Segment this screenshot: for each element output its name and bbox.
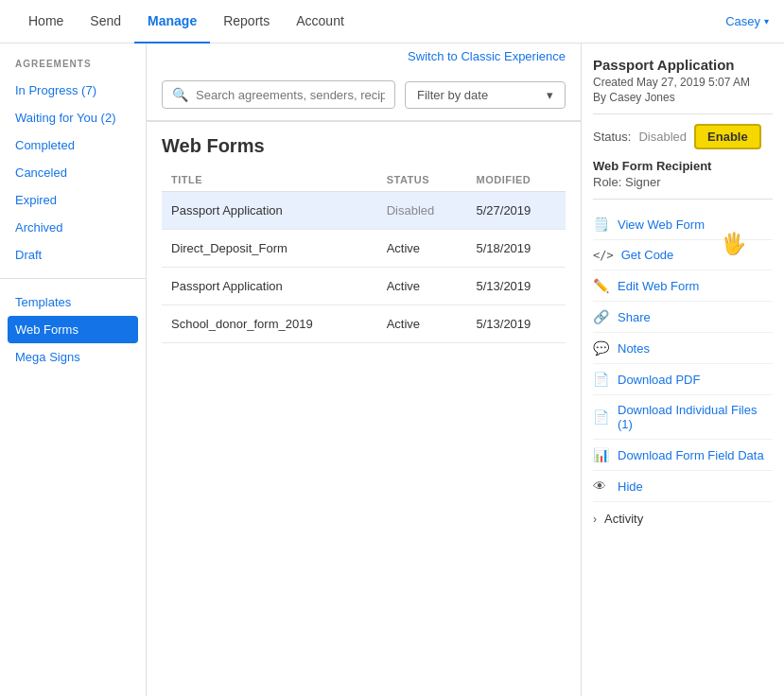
nav-home[interactable]: Home <box>15 0 77 44</box>
agreements-table: TITLE STATUS MODIFIED Passport Applicati… <box>162 168 566 343</box>
activity-label: Activity <box>604 512 643 526</box>
col-title: TITLE <box>162 168 377 192</box>
table-row[interactable]: Passport ApplicationActive5/13/2019 <box>162 268 566 305</box>
rp-created: Created May 27, 2019 5:07 AM <box>593 76 773 89</box>
enable-btn-wrap: Enable <box>694 124 761 149</box>
sidebar-item-draft[interactable]: Draft <box>0 241 146 269</box>
rp-action-icon: 🗒️ <box>593 217 610 232</box>
sidebar-item-waiting[interactable]: Waiting for You (2) <box>0 104 146 131</box>
rp-divider-2 <box>593 199 773 200</box>
rp-action-icon: 👁 <box>593 478 610 494</box>
top-nav: Home Send Manage Reports Account Casey ▾ <box>0 0 784 44</box>
cell-status: Active <box>377 230 467 268</box>
date-filter[interactable]: Filter by date ▾ <box>405 81 566 109</box>
table-row[interactable]: School_donor_form_2019Active5/13/2019 <box>162 305 566 343</box>
rp-actions: 🗒️View Web Form</>Get Code✏️Edit Web For… <box>593 209 773 502</box>
nav-account[interactable]: Account <box>283 0 357 44</box>
rp-action-icon: 📄 <box>593 372 610 387</box>
user-menu[interactable]: Casey ▾ <box>725 14 769 28</box>
rp-action-label: Share <box>618 310 651 324</box>
date-filter-label: Filter by date <box>417 88 488 102</box>
sidebar-item-archived[interactable]: Archived <box>0 214 146 241</box>
sidebar-item-web-forms[interactable]: Web Forms <box>8 316 138 343</box>
cell-title: Direct_Deposit_Form <box>162 230 377 268</box>
rp-action-item[interactable]: 👁Hide <box>593 471 773 502</box>
main-layout: AGREEMENTS In Progress (7) Waiting for Y… <box>0 44 784 696</box>
nav-reports[interactable]: Reports <box>210 0 283 44</box>
sidebar-item-templates[interactable]: Templates <box>0 288 146 316</box>
sidebar-divider <box>0 278 146 279</box>
enable-button[interactable]: Enable <box>694 124 761 149</box>
rp-action-label: Download PDF <box>618 373 700 387</box>
sidebar-item-expired[interactable]: Expired <box>0 186 146 214</box>
cell-modified: 5/18/2019 <box>466 230 566 268</box>
col-status: STATUS <box>377 168 467 192</box>
sidebar-item-completed[interactable]: Completed <box>0 131 146 159</box>
sidebar-item-in-progress[interactable]: In Progress (7) <box>0 77 146 104</box>
rp-status-label: Status: <box>593 130 631 144</box>
cell-status: Active <box>377 305 467 343</box>
rp-action-label: Notes <box>618 341 650 356</box>
cell-title: Passport Application <box>162 268 377 305</box>
rp-status-value: Disabled <box>638 130 687 144</box>
table-row[interactable]: Passport ApplicationDisabled5/27/2019 <box>162 192 566 230</box>
search-bar: 🔍 Filter by date ▾ <box>147 69 581 121</box>
sidebar: AGREEMENTS In Progress (7) Waiting for Y… <box>0 44 147 696</box>
status-row: Status: Disabled Enable <box>593 124 773 149</box>
rp-action-label: Edit Web Form <box>618 279 699 293</box>
user-chevron-icon: ▾ <box>764 16 769 26</box>
cell-modified: 5/13/2019 <box>466 268 566 305</box>
rp-by: By Casey Jones <box>593 91 773 104</box>
rp-divider-1 <box>593 113 773 114</box>
table-row[interactable]: Direct_Deposit_FormActive5/18/2019 <box>162 230 566 268</box>
rp-action-label: Hide <box>618 479 643 494</box>
sidebar-item-canceled[interactable]: Canceled <box>0 159 146 186</box>
rp-recipient-title: Web Form Recipient <box>593 159 773 173</box>
rp-action-item[interactable]: 💬Notes <box>593 333 773 364</box>
user-name: Casey <box>725 14 760 28</box>
rp-action-icon: ✏️ <box>593 278 610 293</box>
cell-title: School_donor_form_2019 <box>162 305 377 343</box>
rp-activity[interactable]: › Activity <box>593 502 773 535</box>
cell-modified: 5/13/2019 <box>466 305 566 343</box>
rp-action-label: Download Form Field Data <box>618 448 764 462</box>
activity-chevron-icon: › <box>593 513 597 526</box>
cell-title: Passport Application <box>162 192 377 230</box>
col-modified: MODIFIED <box>466 168 566 192</box>
rp-action-item[interactable]: 🗒️View Web Form <box>593 209 773 240</box>
rp-action-item[interactable]: 📄Download PDF <box>593 364 773 395</box>
cell-status: Disabled <box>377 192 467 230</box>
rp-action-icon: 🔗 <box>593 309 610 324</box>
right-panel: Passport Application Created May 27, 201… <box>581 44 784 696</box>
sidebar-item-mega-signs[interactable]: Mega Signs <box>0 343 146 371</box>
content-area: Switch to Classic Experience 🔍 Filter by… <box>147 44 581 696</box>
rp-action-item[interactable]: 🔗Share <box>593 302 773 333</box>
rp-action-item[interactable]: ✏️Edit Web Form <box>593 270 773 302</box>
rp-action-label: View Web Form <box>618 218 705 232</box>
search-icon: 🔍 <box>172 87 188 102</box>
cell-modified: 5/27/2019 <box>466 192 566 230</box>
agreements-section-label: AGREEMENTS <box>0 59 146 75</box>
search-input[interactable] <box>196 88 385 102</box>
nav-send[interactable]: Send <box>77 0 134 44</box>
table-title: Web Forms <box>162 135 566 157</box>
rp-action-item[interactable]: 📊Download Form Field Data <box>593 440 773 471</box>
rp-action-label: Download Individual Files (1) <box>618 403 773 431</box>
rp-action-icon: </> <box>593 249 614 262</box>
nav-manage[interactable]: Manage <box>134 0 210 44</box>
rp-action-item[interactable]: </>Get Code <box>593 240 773 270</box>
search-input-wrap[interactable]: 🔍 <box>162 80 395 109</box>
table-area: Web Forms TITLE STATUS MODIFIED Passport… <box>147 122 581 696</box>
classic-experience-link[interactable]: Switch to Classic Experience <box>408 49 566 63</box>
cell-status: Active <box>377 268 467 305</box>
rp-action-item[interactable]: 📄Download Individual Files (1) <box>593 395 773 440</box>
rp-title: Passport Application <box>593 57 773 73</box>
rp-recipient-role: Role: Signer <box>593 175 773 189</box>
rp-action-icon: 📊 <box>593 447 610 462</box>
rp-action-label: Get Code <box>621 248 674 262</box>
rp-action-icon: 📄 <box>593 409 610 425</box>
rp-action-icon: 💬 <box>593 340 610 356</box>
date-filter-chevron-icon: ▾ <box>547 88 553 102</box>
